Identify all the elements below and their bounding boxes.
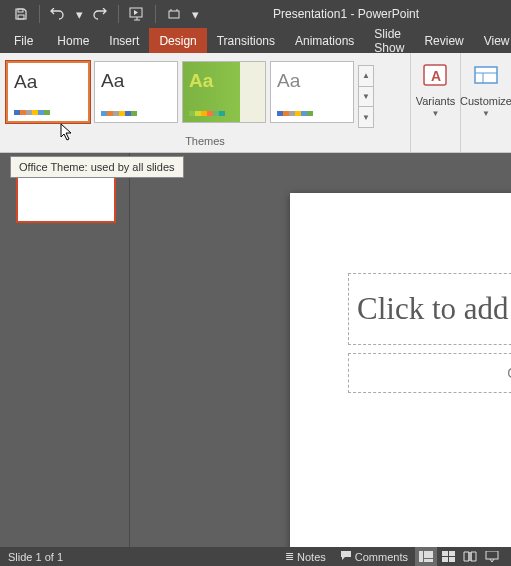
work-area: 1 Click to add title Click to add subtit… [0,153,511,547]
customize-group[interactable]: Customize ▼ [461,53,511,152]
svg-rect-14 [442,557,448,562]
undo-button[interactable] [43,0,73,28]
svg-rect-11 [424,559,433,562]
slide-sorter-view-button[interactable] [437,547,459,566]
tab-review[interactable]: Review [414,28,473,53]
tab-insert[interactable]: Insert [99,28,149,53]
variants-icon: A [419,59,453,93]
gallery-more-button[interactable]: ▼ [358,106,374,128]
normal-view-button[interactable] [415,547,437,566]
slide-counter[interactable]: Slide 1 of 1 [8,551,278,563]
theme-facet[interactable]: Aa [182,61,266,123]
svg-rect-16 [486,551,498,559]
svg-rect-12 [442,551,448,556]
svg-rect-13 [449,551,455,556]
comments-button[interactable]: Comments [333,547,415,566]
gallery-scroll-down[interactable]: ▼ [358,86,374,108]
themes-gallery: Aa Aa Aa Aa ▲ ▼ ▼ [4,57,406,131]
title-placeholder[interactable]: Click to add title [348,273,511,345]
redo-button[interactable] [85,0,115,28]
theme-item-2[interactable]: Aa [94,61,178,123]
tab-home[interactable]: Home [47,28,99,53]
themes-gallery-scroll: ▲ ▼ ▼ [358,65,374,127]
svg-rect-10 [424,551,433,558]
notes-icon: ≣ [285,550,294,563]
tab-slideshow[interactable]: Slide Show [364,28,414,53]
status-bar: Slide 1 of 1 ≣ Notes Comments [0,547,511,566]
theme-tooltip: Office Theme: used by all slides [10,156,184,178]
tab-design[interactable]: Design [149,28,206,53]
customize-label: Customize [460,95,511,107]
slide-thumbnail-panel: 1 [0,153,130,547]
tab-animations[interactable]: Animations [285,28,364,53]
save-button[interactable] [6,0,36,28]
slide-canvas[interactable]: Click to add title Click to add subtitle [130,153,511,547]
comments-icon [340,550,352,563]
svg-rect-0 [18,9,23,12]
notes-button[interactable]: ≣ Notes [278,547,333,566]
theme-office[interactable]: Aa [6,61,90,123]
undo-dropdown[interactable]: ▾ [73,0,85,28]
variants-label: Variants [416,95,456,107]
ribbon: Aa Aa Aa Aa ▲ ▼ ▼ Themes A [0,53,511,153]
variants-group[interactable]: A Variants ▼ [411,53,461,152]
svg-rect-15 [449,557,455,562]
slideshow-view-button[interactable] [481,547,503,566]
quick-access-toolbar: ▾ ▾ [0,0,201,28]
subtitle-placeholder[interactable]: Click to add subtitle [348,353,511,393]
touch-mouse-mode-button[interactable] [159,0,189,28]
themes-group-label: Themes [4,131,406,149]
tab-transitions[interactable]: Transitions [207,28,285,53]
window-title: Presentation1 - PowerPoint [273,7,419,21]
svg-rect-3 [169,11,179,18]
tab-view[interactable]: View [474,28,511,53]
svg-rect-9 [419,551,423,562]
customize-icon [469,59,503,93]
title-bar: ▾ ▾ Presentation1 - PowerPoint [0,0,511,28]
theme-item-4[interactable]: Aa [270,61,354,123]
start-from-beginning-button[interactable] [122,0,152,28]
ribbon-tabs: File Home Insert Design Transitions Anim… [0,28,511,53]
svg-rect-6 [475,67,497,83]
tab-file[interactable]: File [0,28,47,53]
slide: Click to add title Click to add subtitle [290,193,511,547]
reading-view-button[interactable] [459,547,481,566]
gallery-scroll-up[interactable]: ▲ [358,65,374,87]
svg-text:A: A [430,68,440,84]
qat-customize-dropdown[interactable]: ▾ [189,0,201,28]
